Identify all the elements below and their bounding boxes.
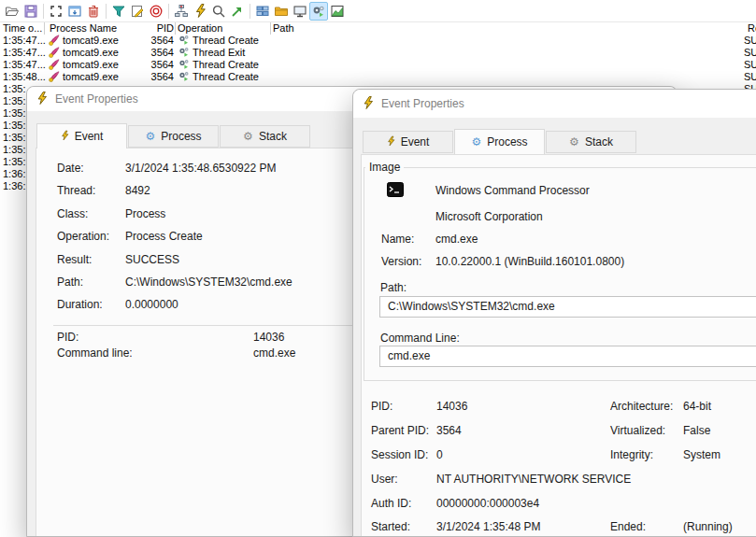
gear-icon: ⚙ bbox=[243, 131, 253, 142]
process-detail-row: User:NT AUTHORITY\NETWORK SERVICE bbox=[353, 473, 756, 497]
find-icon[interactable] bbox=[209, 2, 228, 21]
column-divider[interactable] bbox=[44, 22, 45, 35]
lightning-icon bbox=[36, 92, 48, 105]
show-process-thread-icon[interactable] bbox=[309, 2, 328, 21]
include-process-icon[interactable] bbox=[147, 2, 165, 21]
column-header-result[interactable]: Result bbox=[748, 22, 756, 35]
detail-value: 0 bbox=[436, 448, 443, 461]
cmd-icon bbox=[387, 182, 404, 197]
process-detail-row: Started:3/1/2024 1:35:48 PMEnded:(Runnin… bbox=[353, 520, 756, 537]
highlight-icon[interactable] bbox=[128, 2, 147, 21]
toolbar-separator bbox=[168, 4, 169, 19]
show-registry-icon[interactable] bbox=[253, 2, 272, 21]
field-label: Path: bbox=[57, 276, 125, 298]
cell-process-name: tomcat9.exe bbox=[63, 59, 119, 71]
image-description: Windows Command Processor bbox=[435, 184, 590, 197]
cell-operation: Thread Create bbox=[193, 35, 259, 47]
process-detail-row: Parent PID:3564Virtualized:False bbox=[353, 424, 756, 448]
table-row[interactable]: 1:35:47... tomcat9.exe3564 Thread ExitSU… bbox=[0, 47, 756, 59]
column-header-path[interactable]: Path bbox=[273, 22, 294, 35]
lightning-icon bbox=[61, 130, 69, 141]
lightning-icon bbox=[387, 135, 395, 147]
tab-stack[interactable]: ⚙Stack bbox=[220, 125, 310, 148]
event-extra-row: PID:14036 bbox=[57, 331, 295, 346]
cell-result: SUCCESS bbox=[744, 59, 756, 71]
table-row[interactable]: 1:35:47... tomcat9.exe3564 Thread Create… bbox=[0, 59, 756, 71]
column-header-operation[interactable]: Operation bbox=[178, 22, 222, 35]
open-icon[interactable] bbox=[3, 2, 21, 21]
process-detail-row: Auth ID:00000000:000003e4 bbox=[353, 497, 756, 521]
table-row[interactable]: 1:35:47... tomcat9.exe3564 Thread Create… bbox=[0, 35, 756, 47]
cell-process-name: tomcat9.exe bbox=[63, 47, 119, 59]
detail-label: Integrity: bbox=[610, 448, 653, 461]
dialog-titlebar[interactable]: Event Properties bbox=[353, 90, 756, 118]
image-group-label: Image bbox=[365, 161, 404, 174]
column-header-process[interactable]: Process Name bbox=[50, 22, 117, 35]
column-divider[interactable] bbox=[270, 22, 271, 35]
detail-label: Started: bbox=[371, 520, 410, 533]
field-label: Command line: bbox=[57, 346, 253, 362]
event-properties-dialog-foreground: Event Properties Event ⚙Process ⚙Stack I… bbox=[352, 89, 756, 537]
path-input[interactable]: C:\Windows\SYSTEM32\cmd.exe bbox=[379, 296, 756, 318]
event-extra-row: Command line:cmd.exe bbox=[57, 346, 295, 362]
thread-operation-icon bbox=[178, 47, 190, 58]
table-row[interactable]: 1:35:48... tomcat9.exe3564 Thread Create… bbox=[0, 71, 756, 83]
field-label: Class: bbox=[57, 207, 125, 230]
tab-stack[interactable]: ⚙Stack bbox=[546, 131, 636, 153]
show-network-icon[interactable] bbox=[291, 2, 309, 21]
commandline-input[interactable]: cmd.exe bbox=[379, 346, 756, 367]
event-extra-fields: PID:14036Command line:cmd.exe bbox=[57, 331, 295, 362]
process-tree-icon[interactable] bbox=[172, 2, 191, 21]
cell-time: 1:36: bbox=[3, 168, 25, 180]
show-profiling-icon[interactable] bbox=[328, 2, 347, 21]
cell-time: 1:36: bbox=[3, 180, 25, 192]
cell-time: 1:35:47... bbox=[3, 59, 46, 71]
tab-process[interactable]: ⚙Process bbox=[128, 125, 219, 148]
field-value: C:\Windows\SYSTEM32\cmd.exe bbox=[125, 276, 292, 298]
detail-label: Session ID: bbox=[371, 448, 428, 461]
name-label: Name: bbox=[381, 233, 414, 246]
tab-event[interactable]: Event bbox=[36, 123, 127, 148]
gear-icon: ⚙ bbox=[569, 136, 579, 148]
table-header: Time o... Process Name PID Operation Pat… bbox=[0, 22, 756, 35]
cell-operation: Thread Exit bbox=[193, 47, 245, 59]
save-icon[interactable] bbox=[21, 2, 40, 21]
tab-process[interactable]: ⚙Process bbox=[454, 129, 545, 154]
dialog-title: Event Properties bbox=[381, 97, 464, 110]
detail-value: NT AUTHORITY\NETWORK SERVICE bbox=[436, 473, 631, 486]
cell-time: 1:35: bbox=[3, 95, 25, 107]
column-divider[interactable] bbox=[175, 22, 176, 35]
version-label: Version: bbox=[381, 255, 421, 268]
procmon-window: Time o... Process Name PID Operation Pat… bbox=[0, 0, 756, 537]
process-detail-row: Session ID:0Integrity:System bbox=[353, 448, 756, 473]
detail-label: PID: bbox=[371, 400, 392, 413]
event-bolt-icon[interactable] bbox=[191, 2, 209, 21]
thread-operation-icon bbox=[178, 59, 190, 70]
column-header-time[interactable]: Time o... bbox=[3, 22, 42, 35]
clear-icon[interactable] bbox=[84, 2, 103, 21]
gear-icon: ⚙ bbox=[145, 131, 155, 142]
tab-event[interactable]: Event bbox=[363, 131, 453, 153]
event-fields: Date:3/1/2024 1:35:48.6530922 PMThread:8… bbox=[57, 162, 292, 321]
jump-icon[interactable] bbox=[228, 2, 247, 21]
column-header-pid[interactable]: PID bbox=[138, 22, 174, 35]
version-value: 10.0.22000.1 (WinBuild.160101.0800) bbox=[435, 255, 624, 268]
detail-value: False bbox=[683, 424, 710, 437]
cell-pid: 3564 bbox=[138, 47, 174, 59]
field-label: Operation: bbox=[57, 230, 125, 252]
lightning-icon bbox=[36, 92, 48, 108]
cell-time: 1:35: bbox=[3, 132, 25, 144]
detail-value: (Running) bbox=[683, 520, 733, 533]
capture-icon[interactable] bbox=[47, 2, 65, 21]
cell-time: 1:35:47... bbox=[3, 35, 46, 47]
detail-label: Auth ID: bbox=[371, 497, 411, 510]
cell-pid: 3564 bbox=[138, 35, 174, 47]
field-label: Date: bbox=[57, 162, 125, 184]
field-value: 3/1/2024 1:35:48.6530922 PM bbox=[125, 162, 276, 184]
filter-icon[interactable] bbox=[109, 2, 128, 21]
show-filesystem-icon[interactable] bbox=[272, 2, 291, 21]
cell-operation: Thread Create bbox=[193, 71, 259, 83]
cell-pid: 3564 bbox=[138, 59, 174, 71]
autoscroll-icon[interactable] bbox=[65, 2, 84, 21]
name-value: cmd.exe bbox=[435, 233, 478, 246]
